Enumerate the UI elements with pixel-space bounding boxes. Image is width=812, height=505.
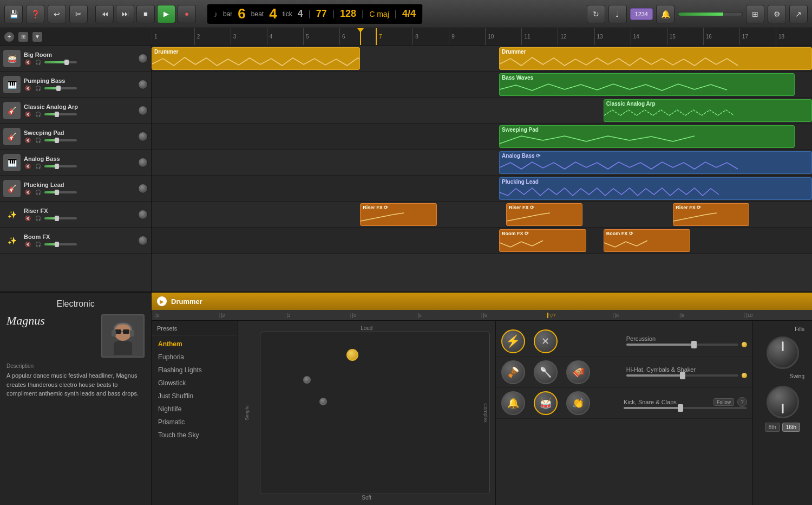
drum-icon-kick[interactable]: 🔔 [501, 391, 525, 415]
clip-boom-fx-1[interactable]: Boom FX ⟳ [499, 229, 586, 252]
drum-icon-sticks[interactable]: ✕ [534, 329, 558, 353]
swing-knob[interactable] [767, 386, 799, 418]
tracks-view-toggle[interactable]: ⊞ [18, 32, 28, 42]
drum-pad-active-dot[interactable] [346, 349, 358, 361]
track-fader-pumping-bass[interactable] [44, 87, 77, 89]
track-fader-classic-analog[interactable] [44, 113, 77, 115]
track-fader-big-room[interactable] [44, 61, 77, 63]
track-mute-classic-analog[interactable]: 🔇 [24, 111, 32, 118]
drum-icon-snare[interactable]: 🥁 [534, 391, 558, 415]
tracks-filter-button[interactable]: ▼ [32, 32, 42, 42]
clip-sweeping-pad[interactable]: Sweeping Pad [499, 125, 795, 148]
track-headphone-pumping-bass[interactable]: 🎧 [34, 85, 42, 92]
preset-item-just-shufflin[interactable]: Just Shufflin [152, 390, 238, 403]
drum-icon-hihat[interactable]: 🪘 [501, 360, 525, 384]
master-volume-slider[interactable] [678, 12, 743, 16]
track-item[interactable]: 🎸 Plucking Lead 🔇 🎧 [0, 176, 151, 202]
track-volume-knob-analog-bass[interactable] [138, 158, 148, 167]
clip-riser-fx-2[interactable]: Riser FX ⟳ [506, 203, 582, 226]
clip-plucking-lead[interactable]: Plucking Lead [499, 177, 812, 200]
track-mute-riser-fx[interactable]: 🔇 [24, 215, 32, 222]
drum-icon-lightning[interactable]: ⚡ [501, 329, 525, 353]
track-headphone-boom-fx[interactable]: 🎧 [34, 241, 42, 248]
track-item[interactable]: ✨ Riser FX 🔇 🎧 [0, 202, 151, 228]
clip-riser-fx-1[interactable]: Riser FX ⟳ [360, 203, 436, 226]
metronome-button[interactable]: ♩ [608, 5, 627, 23]
share-button[interactable]: ↗ [789, 5, 808, 23]
hihat-slider[interactable] [626, 374, 738, 377]
cut-button[interactable]: ✂ [69, 5, 88, 23]
mixer-button[interactable]: ⊞ [746, 5, 764, 23]
track-fader-boom-fx[interactable] [44, 243, 77, 245]
track-fader-plucking-lead[interactable] [44, 191, 77, 193]
drum-pad-dot[interactable] [319, 398, 327, 405]
track-mute-plucking-lead[interactable]: 🔇 [24, 189, 32, 196]
fastforward-button[interactable]: ⏭ [116, 5, 134, 23]
track-item[interactable]: 🎸 Classic Analog Arp 🔇 🎧 [0, 98, 151, 124]
track-headphone-plucking-lead[interactable]: 🎧 [34, 189, 42, 196]
track-volume-knob-plucking-lead[interactable] [138, 184, 148, 193]
track-mute-boom-fx[interactable]: 🔇 [24, 241, 32, 248]
clip-drummer-1[interactable]: Drummer [152, 47, 360, 70]
undo-button[interactable]: ↩ [48, 5, 66, 23]
clip-riser-fx-3[interactable]: Riser FX ⟳ [673, 203, 749, 226]
rewind-button[interactable]: ⏮ [95, 5, 114, 23]
clip-analog-bass[interactable]: Analog Bass ⟳ [499, 151, 812, 174]
save-button[interactable]: 💾 [4, 5, 23, 23]
track-item[interactable]: 🎹 Pumping Bass 🔇 🎧 [0, 72, 151, 98]
drum-pad-dot[interactable] [303, 376, 311, 384]
track-volume-knob-sweeping-pad[interactable] [138, 132, 148, 141]
kick-help-icon[interactable]: ? [737, 397, 747, 407]
track-volume-knob-classic-analog[interactable] [138, 106, 148, 115]
track-headphone-classic-analog[interactable]: 🎧 [34, 111, 42, 118]
preset-item-euphoria[interactable]: Euphoria [152, 351, 238, 364]
track-volume-knob-pumping-bass[interactable] [138, 80, 148, 89]
drum-icon-shaker[interactable]: 🥄 [534, 360, 558, 384]
add-track-button[interactable]: + [4, 32, 14, 42]
track-fader-analog-bass[interactable] [44, 165, 77, 167]
track-item[interactable]: 🎸 Sweeping Pad 🔇 🎧 [0, 124, 151, 150]
playhead[interactable] [360, 28, 361, 45]
track-headphone-riser-fx[interactable]: 🎧 [34, 215, 42, 222]
track-mute-analog-bass[interactable]: 🔇 [24, 163, 32, 170]
preset-item-anthem[interactable]: Anthem [152, 338, 238, 351]
kick-slider[interactable] [624, 407, 747, 409]
track-volume-knob-big-room[interactable] [138, 54, 148, 63]
settings-button[interactable]: ⚙ [768, 5, 786, 23]
stop-button[interactable]: ■ [136, 5, 155, 23]
note-16th-button[interactable]: 16th [782, 423, 800, 432]
track-headphone-big-room[interactable]: 🎧 [34, 59, 42, 66]
preset-item-nightlife[interactable]: Nightlife [152, 403, 238, 416]
preset-item-glowstick[interactable]: Glowstick [152, 377, 238, 390]
notifications-button[interactable]: 🔔 [656, 5, 675, 23]
track-mute-sweeping-pad[interactable]: 🔇 [24, 137, 32, 144]
track-volume-knob-riser-fx[interactable] [138, 210, 148, 219]
preset-item-flashing-lights[interactable]: Flashing Lights [152, 364, 238, 377]
play-button[interactable]: ▶ [157, 5, 175, 23]
drum-icon-cymbal[interactable]: 🪗 [566, 360, 590, 384]
clip-bass-waves[interactable]: Bass Waves [499, 73, 795, 96]
track-item[interactable]: 🥁 Big Room 🔇 🎧 [0, 46, 151, 72]
track-headphone-sweeping-pad[interactable]: 🎧 [34, 137, 42, 144]
help-button[interactable]: ❓ [26, 5, 44, 23]
drum-icon-clap[interactable]: 👏 [566, 391, 590, 415]
track-headphone-analog-bass[interactable]: 🎧 [34, 163, 42, 170]
preset-item-touch-the-sky[interactable]: Touch the Sky [152, 429, 238, 442]
track-fader-riser-fx[interactable] [44, 217, 77, 219]
clip-classic-analog-arp[interactable]: Classic Analog Arp [604, 99, 812, 122]
record-button[interactable]: ● [178, 5, 196, 23]
preset-item-prismatic[interactable]: Prismatic [152, 416, 238, 429]
follow-button[interactable]: Follow [713, 398, 734, 406]
percussion-slider[interactable] [626, 344, 738, 346]
note-8th-button[interactable]: 8th [765, 423, 780, 432]
track-fader-sweeping-pad[interactable] [44, 139, 77, 141]
fills-knob[interactable] [767, 336, 799, 369]
cycle-button[interactable]: ↻ [587, 5, 605, 23]
track-mute-pumping-bass[interactable]: 🔇 [24, 85, 32, 92]
track-volume-knob-boom-fx[interactable] [138, 236, 148, 245]
clip-boom-fx-2[interactable]: Boom FX ⟳ [604, 229, 691, 252]
clip-drummer-2[interactable]: Drummer [499, 47, 812, 70]
track-item[interactable]: ✨ Boom FX 🔇 🎧 [0, 228, 151, 254]
track-mute-big-room[interactable]: 🔇 [24, 59, 32, 66]
track-item[interactable]: 🎹 Analog Bass 🔇 🎧 [0, 150, 151, 176]
